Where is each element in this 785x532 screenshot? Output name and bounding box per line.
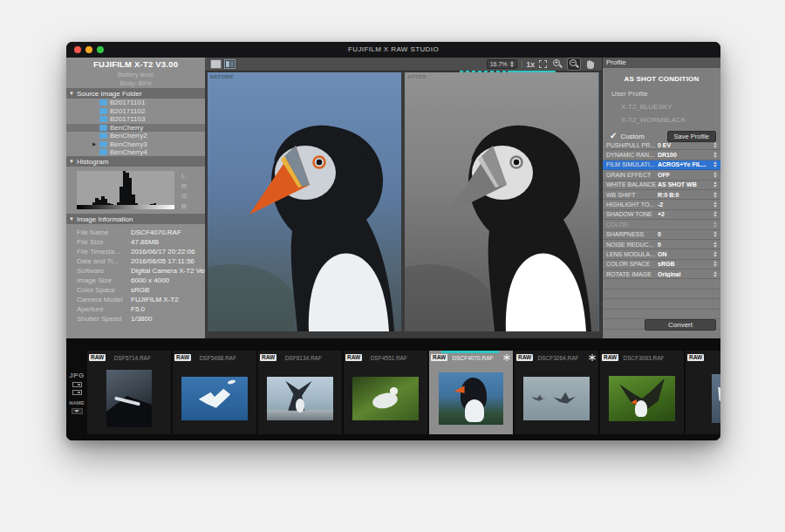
- profile-panel-header: Profile: [603, 58, 720, 68]
- collapse-triangle-icon[interactable]: ▼: [69, 159, 74, 164]
- setting-row[interactable]: SHADOW TONE +2: [603, 210, 720, 220]
- thumbnail-cell[interactable]: RAW _DSF8134.RAF: [258, 351, 342, 434]
- fullscreen-window-button[interactable]: [97, 46, 104, 53]
- setting-row[interactable]: WHITE BALANCE AS SHOT WB: [603, 181, 720, 190]
- thumbnail-cell[interactable]: RAW _DSF5714.RAF: [87, 351, 171, 434]
- collapse-triangle-icon[interactable]: ▼: [69, 216, 74, 222]
- setting-row[interactable]: NOISE REDUC... 0: [603, 240, 720, 249]
- source-folder-header[interactable]: ▼ Source Image Folder: [66, 88, 205, 99]
- puffin-photo-before: [208, 72, 401, 331]
- thumbnail-image: [523, 377, 590, 420]
- before-after-view-button[interactable]: [224, 59, 236, 69]
- before-image: BEFORE: [208, 72, 401, 331]
- source-folder-header-label: Source Image Folder: [77, 90, 142, 98]
- setting-stepper[interactable]: [713, 231, 717, 237]
- custom-label[interactable]: Custom: [620, 133, 663, 140]
- setting-row[interactable]: FILM SIMULATI... ACROS+Ye FIL...: [603, 160, 720, 170]
- minimize-window-button[interactable]: [85, 46, 92, 53]
- setting-value: 0 EV: [658, 142, 713, 148]
- thumbnail-list: RAW _DSF5714.RAF: [87, 338, 720, 440]
- zoom-out-button[interactable]: −: [568, 58, 580, 70]
- image-info-table: File Name DSCF4070.RAF File Size 47.86MB…: [66, 224, 205, 324]
- thumbnail-image: [106, 370, 152, 427]
- thumbnail-cell[interactable]: RAW _DSF4551.RAF: [344, 351, 427, 434]
- setting-row[interactable]: DYNAMIC RAN... DR100: [603, 150, 720, 160]
- histogram-header[interactable]: ▼ Histogram: [66, 156, 205, 167]
- zoom-percent-field[interactable]: 16.7%: [487, 59, 517, 69]
- sort-order-button[interactable]: [72, 408, 83, 414]
- info-row: Date and Ti... 2016/06/05 17:11:56: [77, 256, 205, 266]
- single-view-button[interactable]: [210, 59, 222, 69]
- setting-stepper[interactable]: [713, 201, 717, 208]
- setting-row[interactable]: GRAIN EFFECT OFF: [603, 170, 720, 180]
- folder-name: B20171102: [110, 107, 145, 115]
- magnifier-plus-icon: +: [553, 59, 560, 66]
- close-window-button[interactable]: [74, 46, 81, 53]
- info-value: 47.86MB: [131, 238, 159, 246]
- setting-stepper[interactable]: [713, 242, 717, 248]
- setting-stepper[interactable]: [713, 161, 717, 167]
- info-label: Image Size: [77, 276, 131, 284]
- setting-row[interactable]: SHARPNESS 0: [603, 230, 720, 240]
- jpg-filter-icon[interactable]: [72, 390, 82, 395]
- folder-row[interactable]: ▶ BenCherry3: [66, 140, 205, 149]
- info-value: sRGB: [131, 286, 149, 294]
- window-titlebar[interactable]: FUJIFILM X RAW STUDIO: [66, 42, 720, 58]
- magnifier-minus-icon: −: [570, 59, 577, 66]
- setting-row[interactable]: ROTATE IMAGE Original: [603, 269, 720, 279]
- pan-hand-button[interactable]: [584, 58, 596, 70]
- setting-stepper[interactable]: [713, 222, 717, 228]
- thumbnail-cell[interactable]: RAW DSCF3264.RAF: [515, 351, 598, 434]
- thumbnail-filename: _DSF8134.RAF: [270, 355, 333, 361]
- info-row: File Size 47.86MB: [77, 237, 205, 247]
- setting-stepper[interactable]: [713, 172, 717, 178]
- setting-stepper[interactable]: [713, 181, 717, 188]
- as-shot-condition[interactable]: AS SHOT CONDITION: [603, 75, 720, 83]
- folder-row[interactable]: ▶ B20171101: [66, 99, 205, 107]
- user-profile-item[interactable]: X-T2_BLUESKY: [621, 103, 720, 111]
- setting-stepper[interactable]: [713, 211, 717, 217]
- setting-row[interactable]: HIGHLIGHT TO... -2: [603, 200, 720, 209]
- setting-row[interactable]: PUSH/PULL PR... 0 EV: [603, 140, 720, 150]
- folder-row[interactable]: ▶ B20171102: [66, 107, 205, 116]
- setting-stepper[interactable]: [713, 192, 717, 198]
- expand-arrow-icon[interactable]: ▶: [92, 141, 96, 147]
- image-info-header[interactable]: ▼ Image Information: [66, 214, 205, 224]
- zoom-stepper[interactable]: [510, 61, 514, 67]
- setting-label: LENS MODULA...: [606, 251, 658, 257]
- setting-row[interactable]: LENS MODULA... ON: [603, 249, 720, 259]
- folder-row[interactable]: ▶ B20171103: [66, 115, 205, 124]
- raw-filter-icon[interactable]: [72, 382, 82, 387]
- folder-row[interactable]: ▶ BenCherry2: [66, 132, 205, 140]
- viewer-toolbar: 16.7% 1x + −: [205, 58, 602, 72]
- thumbnail-cell[interactable]: RAW DSCF4070.RAF: [429, 351, 513, 434]
- actual-size-button[interactable]: 1x: [527, 60, 535, 69]
- setting-stepper[interactable]: [713, 251, 717, 257]
- thumbnail-filename: _DSF5468.RAF: [185, 355, 248, 361]
- jpg-format-label[interactable]: JPG: [69, 372, 85, 379]
- info-label: Shutter Speed: [77, 315, 131, 323]
- setting-row[interactable]: COLOR SPACE sRGB: [603, 260, 720, 269]
- setting-label: NOISE REDUC...: [606, 242, 658, 248]
- collapse-triangle-icon[interactable]: ▼: [69, 91, 74, 96]
- desktop-background: FUJIFILM X RAW STUDIO FUJIFILM X-T2 V3.0…: [0, 0, 785, 532]
- setting-label: DYNAMIC RAN...: [606, 152, 658, 158]
- thumbnail-cell[interactable]: RAW DSCF3063.RAF: [600, 351, 684, 434]
- setting-row[interactable]: COLOR: [603, 220, 720, 229]
- fit-screen-button[interactable]: [539, 60, 547, 68]
- setting-stepper[interactable]: [713, 152, 717, 158]
- zoom-in-button[interactable]: +: [551, 58, 563, 70]
- setting-stepper[interactable]: [713, 271, 717, 277]
- convert-button[interactable]: Convert: [645, 319, 716, 331]
- info-value: 6000 x 4000: [131, 276, 169, 284]
- folder-icon: [99, 133, 107, 139]
- info-row: Color Space sRGB: [77, 285, 205, 295]
- thumbnail-cell[interactable]: RAW _DSF5468.RAF: [173, 351, 256, 434]
- setting-stepper[interactable]: [713, 142, 717, 148]
- setting-row[interactable]: WB SHIFT R:0 B:0: [603, 190, 720, 200]
- folder-row[interactable]: ▶ BenCherry4: [66, 148, 205, 156]
- thumbnail-cell[interactable]: RAW DSC: [686, 351, 720, 434]
- folder-row[interactable]: ▶ BenCherry: [66, 124, 205, 133]
- setting-stepper[interactable]: [713, 261, 717, 267]
- user-profile-item[interactable]: X-T2_WORMBLACK: [621, 116, 720, 124]
